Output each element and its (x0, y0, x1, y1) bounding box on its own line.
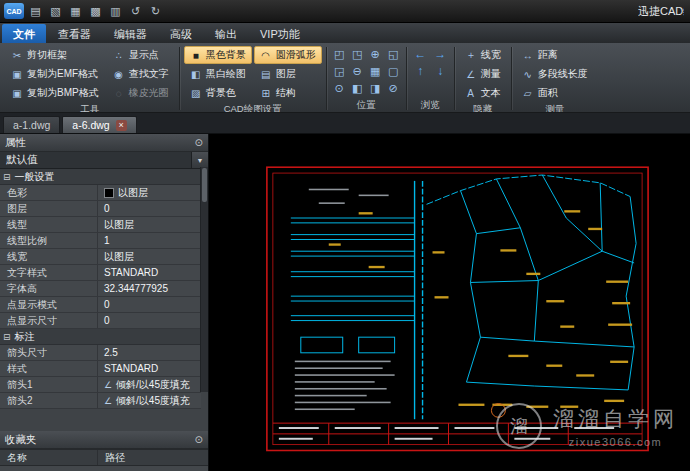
ribbon-group-hide: ＋ 线宽 ∠ 测量 A 文本 隐藏 (456, 45, 510, 112)
zoom-out-button[interactable]: ⊖ (349, 63, 366, 79)
titlebar: CAD ▤ ▧ ▦ ▩ ▥ ↺ ↻ 迅捷CAD编辑器 (0, 0, 690, 23)
property-row-layer: 图层 0 (0, 201, 201, 217)
pan-button[interactable]: ◱ (385, 46, 402, 62)
page-up-button[interactable]: ↑ (411, 63, 430, 79)
menu-tab-file[interactable]: 文件 (2, 24, 46, 43)
eraser-aperture-button: ◌ 橡皮光圈 (107, 84, 175, 102)
zoom-in-button[interactable]: ⊕ (367, 46, 384, 62)
measure-toggle[interactable]: ∠ 测量 (459, 65, 507, 83)
half-square-icon: ◧ (190, 69, 202, 80)
new-button[interactable]: ▤ (27, 3, 44, 19)
save-all-button[interactable]: ▩ (87, 3, 104, 19)
note-text (295, 189, 395, 410)
scissors-icon: ✂ (11, 50, 23, 61)
polyline-length-button[interactable]: ∿ 多段线长度 (516, 65, 594, 83)
favorites-list[interactable] (0, 466, 208, 471)
background-color-button[interactable]: ▨ 背景色 (184, 84, 252, 102)
close-tab-icon[interactable]: × (116, 120, 127, 131)
zoom-extents-button[interactable]: ◰ (331, 46, 348, 62)
search-icon: ◉ (113, 69, 125, 80)
page-down-button[interactable]: ↓ (431, 63, 450, 79)
watermark-brand: 溜溜自学网 (553, 405, 678, 433)
show-points-button[interactable]: ∴ 显示点 (107, 46, 175, 64)
copy-emf-button[interactable]: ▣ 复制为EMF格式 (5, 65, 105, 83)
ribbon-group-position: ◰ ◳ ⊕ ◱ ◲ ⊖ ▦ ▢ ⊙ ◧ ◨ ⊘ 位置 (328, 45, 405, 112)
zoom-previous-button[interactable]: ◲ (331, 63, 348, 79)
lineweight-icon: ＋ (465, 48, 477, 62)
favorites-column-headers: 名称 路径 (0, 449, 208, 466)
menu-tab-editor[interactable]: 编辑器 (103, 24, 158, 43)
open-button[interactable]: ▧ (47, 3, 64, 19)
property-row-pdmode: 点显示模式 0 (0, 297, 201, 313)
app-logo[interactable]: CAD (4, 3, 24, 19)
view-off-button[interactable]: ⊘ (385, 80, 402, 96)
property-row-color: 色彩 以图层 (0, 185, 201, 201)
watermark-url: zixue3066.com (553, 436, 678, 448)
section-general[interactable]: ⊟ 一般设置 (0, 169, 201, 185)
property-row-arrow1: 箭头1 ∠ 倾斜/以45度填充 (0, 377, 201, 393)
group-separator (454, 47, 455, 110)
pin-icon[interactable]: ⊙ (195, 434, 203, 445)
group-separator (179, 47, 180, 110)
layers-button[interactable]: ▤ 图层 (254, 65, 322, 83)
menu-tab-output[interactable]: 输出 (204, 24, 248, 43)
road-network-right (427, 175, 637, 390)
bw-drawing-toggle[interactable]: ◧ 黑白绘图 (184, 65, 252, 83)
find-text-button[interactable]: ◉ 查找文字 (107, 65, 175, 83)
fit-view-button[interactable]: ▦ (367, 63, 384, 79)
view-right-button[interactable]: ◨ (367, 80, 384, 96)
copy-bmp-button[interactable]: ▣ 复制为BMP格式 (5, 84, 105, 102)
menu-tab-viewer[interactable]: 查看器 (47, 24, 102, 43)
panel-blank (0, 409, 208, 431)
black-background-toggle[interactable]: ■ 黑色背景 (184, 46, 252, 64)
redo-button[interactable]: ↻ (147, 3, 164, 19)
undo-button[interactable]: ↺ (127, 3, 144, 19)
copy-icon: ▣ (11, 69, 23, 80)
arrowhead-icon: ∠ (104, 396, 112, 406)
properties-header: 属性 ⊙ (0, 134, 208, 152)
watermark-logo-icon: 溜 (496, 403, 542, 449)
arc-icon: ◠ (260, 50, 272, 61)
text-icon: A (465, 88, 477, 99)
area-icon: ▱ (522, 88, 534, 99)
property-grid: ⊟ 一般设置 色彩 以图层 图层 0 线型 以图层 (0, 169, 208, 409)
points-icon: ∴ (113, 50, 125, 61)
save-button[interactable]: ▦ (67, 3, 84, 19)
smooth-arc-toggle[interactable]: ◠ 圆滑弧形 (254, 46, 322, 64)
pin-icon[interactable]: ⊙ (195, 137, 203, 148)
menu-bar: 文件 查看器 编辑器 高级 输出 VIP功能 (0, 23, 690, 43)
previous-view-button[interactable]: ← (411, 46, 430, 62)
zoom-selection-button[interactable]: ▢ (385, 63, 402, 79)
drawing-canvas[interactable]: 溜 溜溜自学网 zixue3066.com (209, 134, 690, 471)
preset-dropdown[interactable]: 默认值 ▼ (0, 152, 208, 169)
copy-icon: ▣ (11, 88, 23, 99)
properties-panel: 属性 ⊙ 默认值 ▼ ⊟ 一般设置 色彩 以图层 图 (0, 134, 209, 471)
palette-icon: ▨ (190, 88, 202, 99)
chevron-down-icon: ▼ (191, 152, 208, 168)
properties-scrollbar[interactable] (200, 167, 208, 392)
distance-button[interactable]: ↔ 距离 (516, 46, 594, 64)
structure-button[interactable]: ⊞ 结构 (254, 84, 322, 102)
area-button[interactable]: ▱ 面积 (516, 84, 594, 102)
polyline-icon: ∿ (522, 69, 534, 80)
next-view-button[interactable]: → (431, 46, 450, 62)
favorites-column-path: 路径 (98, 450, 208, 465)
scrollbar-thumb[interactable] (202, 168, 207, 202)
section-dimension[interactable]: ⊟ 标注 (0, 329, 201, 345)
zoom-window-button[interactable]: ◳ (349, 46, 366, 62)
detail-figures (301, 337, 395, 353)
property-row-lineweight: 线宽 以图层 (0, 249, 201, 265)
zoom-center-button[interactable]: ⊙ (331, 80, 348, 96)
cut-frame-button[interactable]: ✂ 剪切框架 (5, 46, 105, 64)
view-left-button[interactable]: ◧ (349, 80, 366, 96)
group-label-browse: 浏览 (411, 98, 450, 112)
menu-tab-advanced[interactable]: 高级 (159, 24, 203, 43)
property-row-dimstyle: 样式 STANDARD (0, 361, 201, 377)
property-row-linetype: 线型 以图层 (0, 217, 201, 233)
print-button[interactable]: ▥ (107, 3, 124, 19)
doc-tab-a1[interactable]: a-1.dwg (3, 116, 60, 133)
menu-tab-vip[interactable]: VIP功能 (249, 24, 311, 43)
text-toggle[interactable]: A 文本 (459, 84, 507, 102)
lineweight-toggle[interactable]: ＋ 线宽 (459, 46, 507, 64)
doc-tab-a6[interactable]: a-6.dwg × (62, 116, 136, 133)
